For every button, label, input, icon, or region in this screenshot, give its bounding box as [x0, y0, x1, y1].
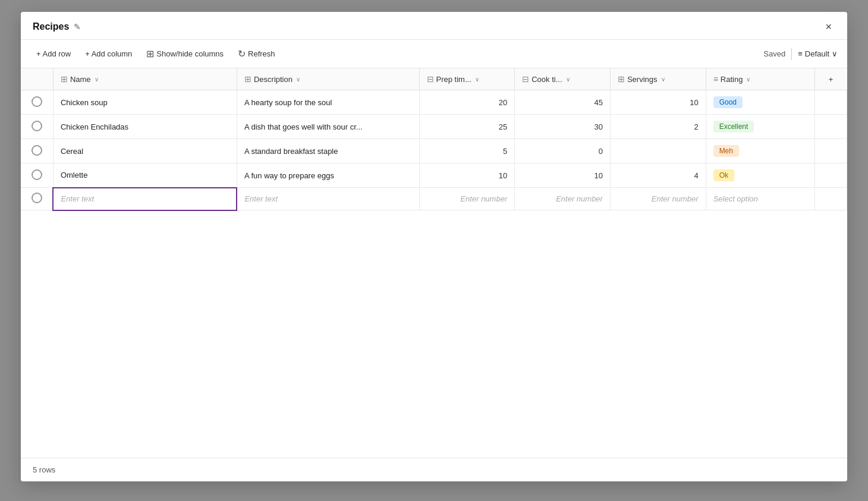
row-cook-0: 45 [515, 90, 611, 115]
add-column-button[interactable]: + Add column [79, 46, 138, 62]
header-cook-time[interactable]: ⊟ Cook ti... ∨ [515, 68, 611, 90]
row-cook-1: 30 [515, 115, 611, 139]
row-servings-1: 2 [610, 115, 706, 139]
table-footer: 5 rows [21, 458, 847, 481]
toolbar-right: Saved ≡ Default ∨ [763, 48, 838, 60]
default-label: Default [805, 49, 829, 58]
enter-row: Enter text Enter text Enter number Enter… [21, 188, 847, 210]
rating-col-icon: ≡ [713, 74, 718, 84]
rating-badge-0: Good [713, 96, 743, 108]
show-hide-button[interactable]: ⊞ Show/hide columns [140, 45, 229, 63]
row-rating-3: Ok [706, 163, 814, 188]
edit-icon[interactable]: ✎ [74, 22, 81, 31]
enter-prep-cell[interactable]: Enter number [419, 188, 515, 210]
refresh-label: Refresh [248, 49, 275, 58]
row-servings-2 [610, 139, 706, 163]
servings-sort-icon: ∨ [661, 76, 665, 83]
modal-title: Recipes [33, 21, 69, 32]
row-name-1: Chicken Enchiladas [53, 115, 237, 139]
default-view-button[interactable]: ≡ Default ∨ [798, 49, 838, 58]
row-rating-1: Excellent [706, 115, 814, 139]
name-sort-icon: ∨ [95, 76, 99, 83]
row-extra-3 [814, 163, 847, 188]
enter-desc-placeholder: Enter text [244, 194, 278, 203]
row-checkbox-0[interactable] [32, 96, 42, 107]
table-header-row: ⊞ Name ∨ ⊞ Description ∨ [21, 68, 847, 90]
row-name-2: Cereal [53, 139, 237, 163]
header-checkbox-cell [21, 68, 53, 90]
row-rating-2: Meh [706, 139, 814, 163]
enter-desc-cell[interactable]: Enter text [237, 188, 419, 210]
add-column-label: + Add column [85, 49, 132, 58]
row-checkbox-2[interactable] [32, 145, 42, 156]
enter-name-placeholder: Enter text [61, 194, 94, 203]
row-desc-3: A fun way to prepare eggs [237, 163, 419, 188]
header-rating[interactable]: ≡ Rating ∨ [706, 68, 814, 90]
table-row: Chicken Enchiladas A dish that goes well… [21, 115, 847, 139]
row-servings-3: 4 [610, 163, 706, 188]
table-row: Omlette A fun way to prepare eggs 10 10 … [21, 163, 847, 188]
table-row: Cereal A standard breakfast staple 5 0 M… [21, 139, 847, 163]
show-hide-icon: ⊞ [146, 48, 154, 59]
cook-col-icon: ⊟ [522, 74, 529, 84]
row-name-0: Chicken soup [53, 90, 237, 115]
row-count: 5 rows [33, 465, 55, 474]
cook-col-label: Cook ti... [532, 75, 562, 84]
table-row: Chicken soup A hearty soup for the soul … [21, 90, 847, 115]
row-cook-2: 0 [515, 139, 611, 163]
enter-rating-cell[interactable]: Select option [706, 188, 814, 210]
desc-col-label: Description [254, 75, 293, 84]
row-extra-0 [814, 90, 847, 115]
desc-sort-icon: ∨ [296, 76, 300, 83]
add-row-button[interactable]: + Add row [30, 46, 77, 62]
header-name[interactable]: ⊞ Name ∨ [53, 68, 237, 90]
row-servings-0: 10 [610, 90, 706, 115]
header-add-col[interactable]: + [814, 68, 847, 90]
name-col-icon: ⊞ [61, 74, 68, 84]
prep-col-icon: ⊟ [427, 74, 434, 84]
enter-cook-placeholder: Enter number [556, 194, 603, 203]
row-extra-1 [814, 115, 847, 139]
toolbar-divider [791, 48, 792, 60]
desc-col-icon: ⊞ [244, 74, 251, 84]
close-button[interactable]: × [822, 20, 835, 33]
add-row-label: + Add row [36, 49, 71, 58]
row-prep-1: 25 [419, 115, 515, 139]
enter-servings-cell[interactable]: Enter number [610, 188, 706, 210]
table-container: ⊞ Name ∨ ⊞ Description ∨ [21, 68, 847, 458]
row-checkbox-1[interactable] [32, 121, 42, 131]
refresh-icon: ↻ [238, 48, 246, 59]
enter-row-checkbox[interactable] [32, 193, 42, 203]
servings-col-icon: ⊞ [618, 74, 625, 84]
servings-col-label: Servings [627, 75, 658, 84]
row-checkbox-3[interactable] [32, 169, 42, 180]
row-prep-0: 20 [419, 90, 515, 115]
row-extra-2 [814, 139, 847, 163]
header-servings[interactable]: ⊞ Servings ∨ [610, 68, 706, 90]
row-desc-2: A standard breakfast staple [237, 139, 419, 163]
name-col-label: Name [70, 75, 91, 84]
rating-col-label: Rating [721, 75, 743, 84]
row-checkbox-cell [21, 139, 53, 163]
toolbar: + Add row + Add column ⊞ Show/hide colum… [21, 40, 847, 68]
refresh-button[interactable]: ↻ Refresh [232, 45, 281, 63]
row-prep-2: 5 [419, 139, 515, 163]
row-checkbox-cell [21, 90, 53, 115]
recipes-modal: Recipes ✎ × + Add row + Add column ⊞ Sho… [21, 12, 847, 481]
rating-sort-icon: ∨ [746, 76, 750, 83]
cook-sort-icon: ∨ [566, 76, 570, 83]
enter-row-checkbox-cell [21, 188, 53, 210]
header-prep-time[interactable]: ⊟ Prep tim... ∨ [419, 68, 515, 90]
row-rating-0: Good [706, 90, 814, 115]
header-description[interactable]: ⊞ Description ∨ [237, 68, 419, 90]
enter-extra-cell [814, 188, 847, 210]
enter-cook-cell[interactable]: Enter number [515, 188, 611, 210]
row-checkbox-cell [21, 115, 53, 139]
enter-name-cell[interactable]: Enter text [53, 188, 237, 210]
add-col-icon: + [829, 75, 834, 84]
row-desc-1: A dish that goes well with sour cr... [237, 115, 419, 139]
modal-header: Recipes ✎ × [21, 12, 847, 40]
modal-overlay: Recipes ✎ × + Add row + Add column ⊞ Sho… [0, 0, 868, 501]
enter-rating-placeholder: Select option [713, 194, 758, 203]
recipes-table: ⊞ Name ∨ ⊞ Description ∨ [21, 68, 847, 211]
